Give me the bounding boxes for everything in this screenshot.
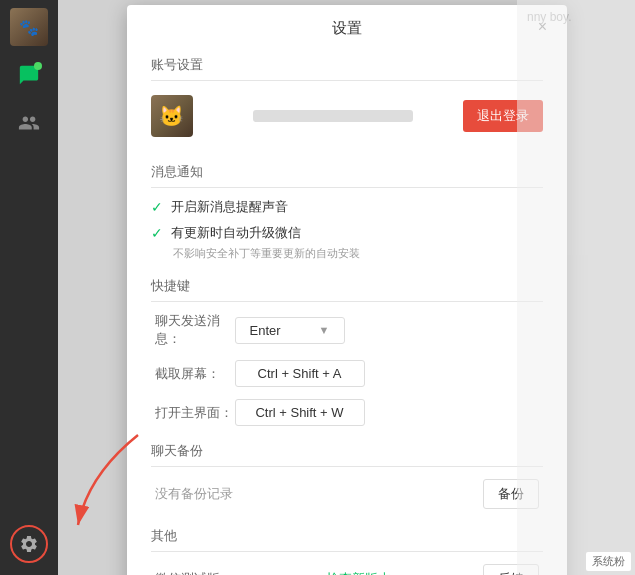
- sidebar-item-contacts[interactable]: [10, 104, 48, 142]
- other-section-title: 其他: [151, 527, 543, 552]
- shortcut-mainwindow-label: 打开主界面：: [155, 404, 235, 422]
- other-row-wechat-test: 微信测试版 检查新版本 反馈: [151, 562, 543, 575]
- other-section: 其他 微信测试版 检查新版本 反馈: [151, 527, 543, 575]
- watermark: 系统粉: [586, 552, 631, 571]
- unread-indicator: [34, 62, 42, 70]
- check-icon-1: ✓: [151, 199, 163, 215]
- settings-button[interactable]: [10, 525, 48, 563]
- account-avatar: 🐱: [151, 95, 193, 137]
- shortcut-mainwindow-key[interactable]: Ctrl + Shift + W: [235, 399, 365, 426]
- shortcut-row-send: 聊天发送消息： Enter ▼: [151, 312, 543, 348]
- dialog-header: 设置 ×: [127, 5, 567, 48]
- dialog-content: 账号设置 🐱 退出登录 消息通知 ✓ 开启新消息提醒声音: [127, 48, 567, 575]
- account-row: 🐱 退出登录: [151, 91, 543, 147]
- shortcut-enter-text: Enter: [250, 323, 281, 338]
- notification-section-title: 消息通知: [151, 163, 543, 188]
- notification-label-1[interactable]: 开启新消息提醒声音: [171, 198, 288, 216]
- sidebar-item-chat[interactable]: [10, 56, 48, 94]
- account-name-blur: [253, 110, 413, 122]
- notification-label-2[interactable]: 有更新时自动升级微信: [171, 224, 301, 242]
- account-section-title: 账号设置: [151, 56, 543, 81]
- backup-none-text: 没有备份记录: [155, 485, 233, 503]
- notification-sub-text: 不影响安全补丁等重要更新的自动安装: [173, 246, 543, 261]
- backup-row: 没有备份记录 备份: [151, 477, 543, 511]
- dropdown-arrow-icon: ▼: [319, 324, 330, 336]
- shortcut-row-screenshot: 截取屏幕： Ctrl + Shift + A: [151, 360, 543, 387]
- shortcut-screenshot-label: 截取屏幕：: [155, 365, 235, 383]
- shortcut-row-mainwindow: 打开主界面： Ctrl + Shift + W: [151, 399, 543, 426]
- notification-row-1: ✓ 开启新消息提醒声音: [151, 198, 543, 216]
- shortcut-send-label: 聊天发送消息：: [155, 312, 235, 348]
- notification-section: 消息通知 ✓ 开启新消息提醒声音 ✓ 有更新时自动升级微信 不影响安全补丁等重要…: [151, 163, 543, 261]
- shortcut-send-key[interactable]: Enter ▼: [235, 317, 345, 344]
- sidebar-avatar[interactable]: 🐾: [10, 8, 48, 46]
- shortcut-section: 快捷键 聊天发送消息： Enter ▼ 截取屏幕： Ctrl + Shift +…: [151, 277, 543, 426]
- wechat-test-label: 微信测试版: [155, 570, 235, 575]
- sidebar: 🐾: [0, 0, 58, 575]
- sidebar-bottom: [10, 525, 48, 563]
- avatar-image: 🐱: [151, 95, 193, 137]
- check-update-link[interactable]: 检查新版本: [326, 570, 391, 575]
- watermark-text: 系统粉: [592, 555, 625, 567]
- account-section: 账号设置 🐱 退出登录: [151, 56, 543, 147]
- check-icon-2: ✓: [151, 225, 163, 241]
- backup-section-title: 聊天备份: [151, 442, 543, 467]
- shortcut-section-title: 快捷键: [151, 277, 543, 302]
- shortcut-screenshot-key[interactable]: Ctrl + Shift + A: [235, 360, 365, 387]
- dialog-title: 设置: [332, 19, 362, 38]
- right-panel: nny boy.: [517, 0, 635, 575]
- notification-row-2: ✓ 有更新时自动升级微信: [151, 224, 543, 242]
- backup-section: 聊天备份 没有备份记录 备份: [151, 442, 543, 511]
- settings-dialog: 设置 × 账号设置 🐱 退出登录 消息通知: [127, 5, 567, 575]
